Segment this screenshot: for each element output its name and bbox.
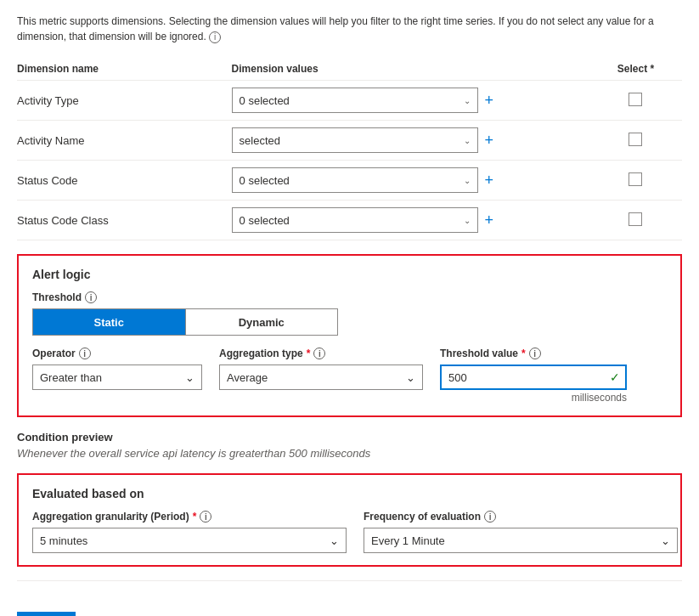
operator-label: Operator i — [32, 348, 202, 359]
frequency-info-icon: i — [484, 511, 496, 523]
alert-logic-title: Alert logic — [32, 268, 667, 281]
aggregation-info-icon: i — [313, 348, 325, 359]
dynamic-toggle-button[interactable]: Dynamic — [185, 309, 338, 335]
dim-name-activity-name: Activity Name — [17, 121, 232, 161]
condition-preview-text: Whenever the overall service api latency… — [17, 447, 682, 460]
checkbox-activity-name[interactable] — [629, 133, 642, 146]
frequency-field-group: Frequency of evaluation i Every 1 Minute… — [364, 511, 678, 553]
checkbox-activity-type[interactable] — [629, 93, 642, 106]
required-star: * — [307, 348, 311, 359]
threshold-value-info-icon: i — [529, 348, 541, 359]
chevron-icon: ⌄ — [464, 176, 471, 185]
granularity-dropdown[interactable]: 5 minutes ⌄ — [32, 528, 347, 553]
eval-fields-row: Aggregation granularity (Period) * i 5 m… — [32, 511, 667, 553]
info-icon: i — [209, 31, 221, 43]
table-row: Status Code 0 selected ⌄ + — [17, 161, 682, 201]
evaluated-based-on-section: Evaluated based on Aggregation granulari… — [17, 473, 682, 567]
threshold-value-field-group: Threshold value * i ✓ milliseconds — [440, 348, 627, 404]
dim-name-activity-type: Activity Type — [17, 81, 232, 121]
threshold-input-wrapper: ✓ — [440, 365, 627, 390]
dim-dropdown-activity-name[interactable]: selected ⌄ — [232, 127, 478, 153]
granularity-info-icon: i — [200, 511, 211, 523]
condition-preview-title: Condition preview — [17, 431, 682, 444]
operator-info-icon: i — [79, 348, 91, 359]
threshold-info-icon: i — [85, 291, 97, 303]
granularity-chevron-icon: ⌄ — [330, 534, 339, 547]
static-toggle-button[interactable]: Static — [33, 309, 185, 335]
dim-values-activity-name: selected ⌄ + — [232, 121, 596, 161]
table-row: Activity Name selected ⌄ + — [17, 121, 682, 161]
chevron-icon: ⌄ — [464, 216, 471, 225]
threshold-toggle-group: Static Dynamic — [32, 308, 338, 336]
evaluated-title: Evaluated based on — [32, 487, 667, 500]
operator-dropdown[interactable]: Greater than ⌄ — [32, 365, 202, 390]
col-header-dimension-values: Dimension values — [232, 58, 596, 81]
operator-chevron-icon: ⌄ — [185, 371, 194, 384]
threshold-value-input[interactable] — [442, 366, 605, 388]
dim-values-activity-type: 0 selected ⌄ + — [232, 81, 596, 121]
alert-logic-section: Alert logic Threshold i Static Dynamic O… — [17, 254, 682, 417]
required-star: * — [521, 348, 526, 359]
condition-preview-section: Condition preview Whenever the overall s… — [17, 431, 682, 460]
unit-text: milliseconds — [440, 392, 627, 404]
dim-values-status-code: 0 selected ⌄ + — [232, 161, 596, 201]
frequency-chevron-icon: ⌄ — [661, 534, 670, 547]
plus-icon-activity-type[interactable]: + — [485, 92, 494, 110]
dim-dropdown-activity-type[interactable]: 0 selected ⌄ — [232, 88, 478, 113]
aggregation-chevron-icon: ⌄ — [406, 371, 415, 384]
plus-icon-activity-name[interactable]: + — [485, 132, 494, 150]
checkbox-status-code[interactable] — [629, 172, 642, 186]
threshold-value-label: Threshold value * i — [440, 348, 627, 359]
divider — [17, 580, 682, 581]
col-header-select: Select * — [596, 58, 682, 81]
granularity-label: Aggregation granularity (Period) * i — [32, 511, 347, 523]
col-header-dimension-name: Dimension name — [17, 58, 232, 81]
threshold-label: Threshold i — [32, 291, 667, 303]
select-checkbox-activity-type — [596, 81, 682, 121]
alert-fields-row: Operator i Greater than ⌄ Aggregation ty… — [32, 348, 667, 404]
dim-dropdown-status-code-class[interactable]: 0 selected ⌄ — [232, 207, 478, 233]
required-star: * — [193, 511, 197, 523]
chevron-icon: ⌄ — [464, 136, 471, 145]
frequency-dropdown[interactable]: Every 1 Minute ⌄ — [364, 528, 678, 553]
dim-name-status-code-class: Status Code Class — [17, 201, 232, 240]
dim-name-status-code: Status Code — [17, 161, 232, 201]
plus-icon-status-code-class[interactable]: + — [485, 212, 494, 229]
frequency-label: Frequency of evaluation i — [364, 511, 678, 523]
checkbox-status-code-class[interactable] — [629, 212, 642, 226]
plus-icon-status-code[interactable]: + — [485, 172, 494, 189]
done-button[interactable]: Done — [17, 612, 76, 616]
info-text: This metric supports dimensions. Selecti… — [17, 15, 654, 42]
granularity-field-group: Aggregation granularity (Period) * i 5 m… — [32, 511, 347, 553]
aggregation-dropdown[interactable]: Average ⌄ — [219, 365, 423, 390]
aggregation-label: Aggregation type * i — [219, 348, 423, 359]
aggregation-field-group: Aggregation type * i Average ⌄ — [219, 348, 423, 390]
chevron-icon: ⌄ — [464, 96, 471, 105]
check-icon: ✓ — [605, 370, 625, 384]
dim-values-status-code-class: 0 selected ⌄ + — [232, 201, 596, 240]
table-row: Activity Type 0 selected ⌄ + — [17, 81, 682, 121]
info-bar: This metric supports dimensions. Selecti… — [17, 14, 682, 44]
operator-field-group: Operator i Greater than ⌄ — [32, 348, 202, 390]
table-row: Status Code Class 0 selected ⌄ + — [17, 201, 682, 240]
dim-dropdown-status-code[interactable]: 0 selected ⌄ — [232, 167, 478, 193]
